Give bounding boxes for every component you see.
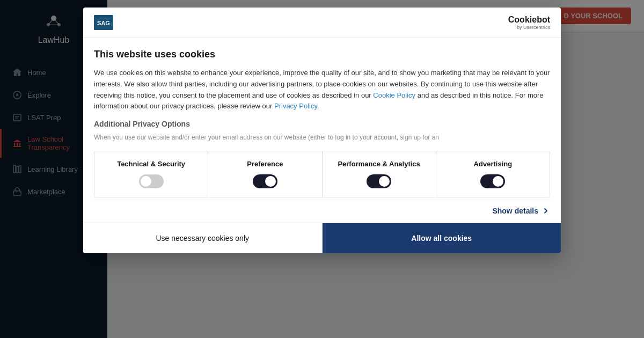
technical-label: Technical & Security <box>117 160 185 168</box>
partner-logo-area: SAG <box>94 15 113 30</box>
preference-toggle[interactable] <box>253 174 277 188</box>
use-necessary-button[interactable]: Use necessary cookies only <box>83 223 323 253</box>
technical-toggle[interactable] <box>139 174 164 188</box>
cookiebot-brand: Cookiebot <box>508 15 550 25</box>
privacy-policy-link[interactable]: Privacy Policy <box>274 102 317 110</box>
modal-title: This website uses cookies <box>94 49 550 60</box>
allow-all-button[interactable]: Allow all cookies <box>323 223 561 253</box>
cookie-category-table: Technical & Security Preference Performa… <box>94 151 550 197</box>
cookie-policy-link[interactable]: Cookie Policy <box>373 91 415 99</box>
toggle-knob <box>265 176 276 187</box>
show-details-label: Show details <box>492 207 538 215</box>
toggle-knob <box>141 176 151 187</box>
analytics-toggle[interactable] <box>367 174 391 188</box>
cookiebot-subbrand: by Usercentrics <box>517 25 550 30</box>
advertising-toggle[interactable] <box>480 174 505 188</box>
show-details-button[interactable]: Show details <box>492 207 550 215</box>
show-details-row: Show details <box>94 200 550 215</box>
svg-text:SAG: SAG <box>97 20 110 26</box>
modal-body: This website uses cookies We use cookies… <box>83 38 561 223</box>
sac-logo: SAG <box>94 15 113 30</box>
toggle-cell-analytics: Performance & Analytics <box>323 151 436 197</box>
cookie-modal: SAG Cookiebot by Usercentrics This websi… <box>83 8 561 253</box>
modal-description: We use cookies on this website to enhanc… <box>94 68 550 112</box>
advertising-label: Advertising <box>474 160 513 168</box>
chevron-right-icon <box>541 207 550 215</box>
preference-label: Preference <box>247 160 283 168</box>
analytics-label: Performance & Analytics <box>338 160 420 168</box>
toggle-knob <box>379 176 390 187</box>
toggle-cell-advertising: Advertising <box>436 151 550 197</box>
toggle-cell-preference: Preference <box>208 151 322 197</box>
modal-header: SAG Cookiebot by Usercentrics <box>83 8 561 38</box>
toggle-cell-technical: Technical & Security <box>94 151 208 197</box>
additional-desc: When you use our website and/or enter yo… <box>94 133 550 142</box>
action-buttons: Use necessary cookies only Allow all coo… <box>83 223 561 253</box>
toggle-knob <box>493 176 503 187</box>
cookiebot-logo: Cookiebot by Usercentrics <box>508 15 550 30</box>
additional-privacy-title: Additional Privacy Options <box>94 120 550 128</box>
